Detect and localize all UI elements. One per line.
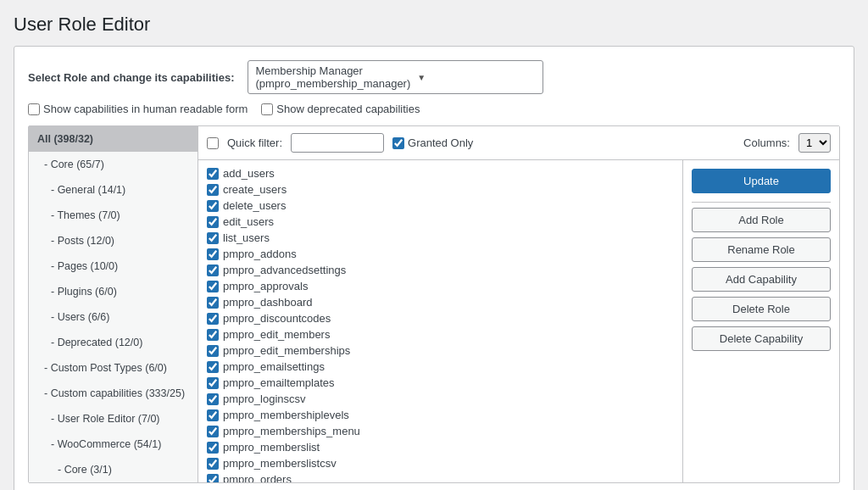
granted-only-checkbox[interactable]	[392, 137, 404, 149]
capability-name: pmpro_approvals	[223, 280, 308, 292]
capability-name: pmpro_advancedsettings	[223, 264, 346, 276]
capability-name: pmpro_membershiplevels	[223, 409, 349, 421]
capability-item: pmpro_orders	[207, 471, 674, 482]
capability-checkbox[interactable]	[207, 216, 219, 228]
capability-name: pmpro_memberslist	[223, 441, 320, 454]
capability-item: pmpro_edit_memberships	[207, 342, 674, 359]
capability-item: create_users	[207, 181, 674, 198]
columns-select[interactable]: 1 2 3	[798, 133, 831, 153]
human-readable-option[interactable]: Show capabilities in human readable form	[28, 103, 248, 115]
rename-role-button[interactable]: Rename Role	[692, 237, 831, 262]
capability-checkbox[interactable]	[207, 393, 219, 405]
sidebar-item[interactable]: - WooCommerce (54/1)	[29, 432, 198, 457]
sidebar: All (398/32)- Core (65/7)- General (14/1…	[29, 126, 198, 482]
capability-checkbox[interactable]	[207, 248, 219, 260]
sidebar-item[interactable]: - Deprecated (12/0)	[29, 330, 198, 355]
dropdown-arrow-icon: ▼	[417, 73, 536, 82]
capability-checkbox[interactable]	[207, 345, 219, 357]
options-row: Show capabilities in human readable form…	[28, 103, 840, 115]
sidebar-item[interactable]: - Core (65/7)	[29, 152, 198, 177]
quick-filter-input[interactable]	[291, 133, 384, 153]
capability-item: pmpro_advancedsettings	[207, 262, 674, 278]
capability-item: pmpro_dashboard	[207, 294, 674, 310]
actions-divider	[692, 202, 831, 203]
capability-checkbox[interactable]	[207, 409, 219, 421]
capability-item: list_users	[207, 230, 674, 246]
sidebar-item[interactable]: - User Role Editor (7/0)	[29, 406, 198, 432]
capability-checkbox[interactable]	[207, 168, 219, 180]
delete-capability-button[interactable]: Delete Capability	[692, 326, 831, 351]
capability-item: pmpro_loginscsv	[207, 391, 674, 407]
sidebar-item[interactable]: - Custom capabilities (333/25)	[29, 381, 198, 406]
capability-name: list_users	[223, 231, 270, 244]
capability-checkbox[interactable]	[207, 458, 219, 470]
sidebar-item[interactable]: - Pages (10/0)	[29, 253, 198, 279]
sidebar-item[interactable]: All (398/32)	[29, 126, 198, 152]
add-role-button[interactable]: Add Role	[692, 208, 831, 232]
filter-bar: Quick filter: Granted Only Columns: 1 2 …	[198, 126, 839, 160]
capability-name: pmpro_addons	[223, 248, 297, 260]
capabilities-and-actions: add_userscreate_usersdelete_usersedit_us…	[198, 160, 839, 482]
role-dropdown[interactable]: Membership Manager (pmpro_membership_man…	[248, 60, 543, 94]
sidebar-item[interactable]: - Core (3/1)	[29, 457, 198, 482]
show-deprecated-checkbox[interactable]	[261, 103, 273, 115]
capability-checkbox[interactable]	[207, 297, 219, 309]
human-readable-checkbox[interactable]	[28, 103, 40, 115]
role-select-label: Select Role and change its capabilities:	[28, 71, 234, 84]
sidebar-item[interactable]: - Users (6/6)	[29, 304, 198, 330]
role-select-row: Select Role and change its capabilities:…	[28, 60, 840, 94]
update-button[interactable]: Update	[692, 169, 831, 193]
delete-role-button[interactable]: Delete Role	[692, 297, 831, 321]
page-title: User Role Editor	[14, 14, 854, 36]
capability-name: pmpro_memberships_menu	[223, 425, 360, 437]
capability-checkbox[interactable]	[207, 264, 219, 276]
capability-name: pmpro_dashboard	[223, 296, 313, 309]
capability-item: delete_users	[207, 198, 674, 214]
capability-checkbox[interactable]	[207, 184, 219, 196]
granted-only-option[interactable]: Granted Only	[392, 136, 473, 149]
capability-checkbox[interactable]	[207, 232, 219, 244]
capability-name: create_users	[223, 183, 287, 196]
capability-checkbox[interactable]	[207, 281, 219, 292]
sidebar-item[interactable]: - Custom Post Types (6/0)	[29, 355, 198, 381]
capability-checkbox[interactable]	[207, 442, 219, 454]
capability-name: delete_users	[223, 199, 286, 212]
capability-item: pmpro_approvals	[207, 278, 674, 294]
sidebar-item[interactable]: - General (14/1)	[29, 177, 198, 203]
capability-name: edit_users	[223, 215, 274, 228]
capability-name: pmpro_emailtemplates	[223, 376, 335, 389]
capability-name: pmpro_discountcodes	[223, 312, 331, 325]
capability-item: edit_users	[207, 214, 674, 230]
capability-name: pmpro_edit_memberships	[223, 344, 350, 357]
capability-checkbox[interactable]	[207, 200, 219, 212]
sidebar-item[interactable]: - Themes (7/0)	[29, 203, 198, 228]
sidebar-item[interactable]: - Posts (12/0)	[29, 228, 198, 253]
main-card: Select Role and change its capabilities:…	[14, 46, 854, 490]
capability-name: pmpro_orders	[223, 473, 292, 482]
capability-item: add_users	[207, 165, 674, 181]
show-deprecated-option[interactable]: Show deprecated capabilities	[261, 103, 420, 115]
capability-checkbox[interactable]	[207, 313, 219, 325]
capability-name: pmpro_memberslistcsv	[223, 457, 337, 470]
selected-role-text: Membership Manager (pmpro_membership_man…	[255, 64, 410, 90]
capabilities-list: add_userscreate_usersdelete_usersedit_us…	[198, 160, 682, 482]
granted-only-label: Granted Only	[408, 136, 473, 149]
capability-checkbox[interactable]	[207, 426, 219, 437]
capability-checkbox[interactable]	[207, 361, 219, 373]
capability-checkbox[interactable]	[207, 329, 219, 341]
sidebar-item[interactable]: - Plugins (6/0)	[29, 279, 198, 304]
capability-checkbox[interactable]	[207, 377, 219, 389]
capability-item: pmpro_membershiplevels	[207, 407, 674, 423]
capability-name: pmpro_emailsettings	[223, 360, 325, 373]
human-readable-label: Show capabilities in human readable form	[43, 103, 248, 115]
capability-name: pmpro_edit_members	[223, 328, 330, 341]
columns-label: Columns:	[743, 136, 790, 149]
content-area: Quick filter: Granted Only Columns: 1 2 …	[198, 126, 839, 482]
select-all-checkbox[interactable]	[207, 137, 219, 149]
actions-panel: Update Add Role Rename Role Add Capabili…	[682, 160, 839, 482]
capability-item: pmpro_memberships_menu	[207, 423, 674, 439]
capability-name: add_users	[223, 167, 275, 180]
capability-checkbox[interactable]	[207, 474, 219, 483]
add-capability-button[interactable]: Add Capability	[692, 267, 831, 292]
capability-item: pmpro_memberslistcsv	[207, 455, 674, 471]
